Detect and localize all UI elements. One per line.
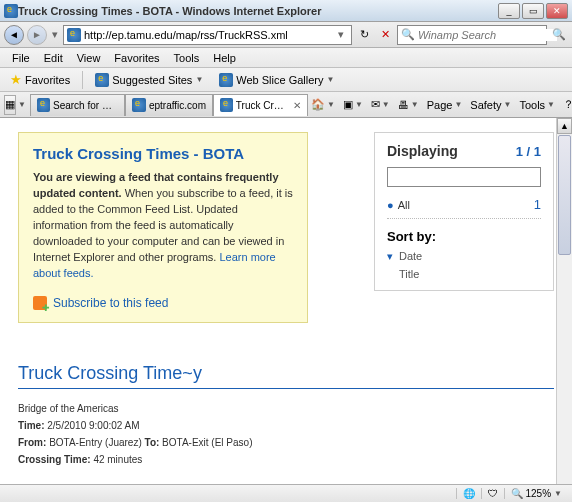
- tab-search[interactable]: Search for En...: [30, 94, 125, 116]
- menu-help[interactable]: Help: [207, 50, 242, 66]
- entry-route: From: BOTA-Entry (Juarez) To: BOTA-Exit …: [18, 437, 554, 448]
- command-bar: 🏠▼ ▣▼ ✉▼ 🖶▼ Page▼ Safety▼ Tools▼ ？▼ »: [308, 95, 572, 114]
- menu-file[interactable]: File: [6, 50, 36, 66]
- feed-search-input[interactable]: [387, 167, 541, 187]
- sortby-label: Sort by:: [387, 229, 541, 244]
- window-controls: _ ▭ ✕: [498, 3, 568, 19]
- tab-icon: [132, 98, 146, 112]
- scroll-thumb[interactable]: [558, 135, 571, 255]
- tab-label: Truck Cros...: [236, 100, 288, 111]
- status-protected-mode[interactable]: 🛡: [481, 488, 504, 499]
- entry-crossing-time: Crossing Time: 42 minutes: [18, 454, 554, 465]
- suggested-sites-button[interactable]: Suggested Sites ▼: [91, 71, 207, 89]
- nav-dropdown-icon[interactable]: ▾: [50, 28, 60, 41]
- menu-view[interactable]: View: [71, 50, 107, 66]
- tabs: Search for En... eptraffic.com Truck Cro…: [30, 94, 308, 116]
- stop-button[interactable]: ✕: [376, 26, 394, 44]
- ie-icon: [219, 73, 233, 87]
- tab-icon: [37, 98, 50, 112]
- maximize-button[interactable]: ▭: [522, 3, 544, 19]
- ie-icon: [95, 73, 109, 87]
- tab-icon: [220, 98, 233, 112]
- subscribe-link[interactable]: Subscribe to this feed: [53, 296, 168, 310]
- entry-time: Time: 2/5/2010 9:00:02 AM: [18, 420, 554, 431]
- bullet-icon: ●: [387, 199, 394, 211]
- feed-info-box: Truck Crossing Times - BOTA You are view…: [18, 132, 308, 323]
- zoom-value: 125%: [526, 488, 552, 499]
- dropdown-icon: ▼: [554, 489, 562, 498]
- minimize-button[interactable]: _: [498, 3, 520, 19]
- window-titlebar: Truck Crossing Times - BOTA - Windows In…: [0, 0, 572, 22]
- entry-body: Bridge of the Americas Time: 2/5/2010 9:…: [18, 403, 554, 465]
- page-menu[interactable]: Page▼: [424, 97, 466, 113]
- address-bar[interactable]: ▾: [63, 25, 352, 45]
- ie-icon: [4, 4, 18, 18]
- status-bar: 🌐 🛡 🔍 125% ▼: [0, 484, 572, 502]
- subscribe-row: Subscribe to this feed: [33, 296, 293, 310]
- print-button[interactable]: 🖶▼: [395, 97, 422, 113]
- menu-favorites[interactable]: Favorites: [108, 50, 165, 66]
- web-slice-button[interactable]: Web Slice Gallery ▼: [215, 71, 338, 89]
- entry-location: Bridge of the Americas: [18, 403, 554, 414]
- feed-description: You are viewing a feed that contains fre…: [33, 170, 293, 282]
- displaying-row: Displaying 1 / 1: [387, 143, 541, 159]
- menu-edit[interactable]: Edit: [38, 50, 69, 66]
- tab-bar: ▦ ▼ Search for En... eptraffic.com Truck…: [0, 92, 572, 118]
- filter-all-count: 1: [534, 197, 541, 212]
- dropdown-icon: ▼: [195, 75, 203, 84]
- tab-close-icon[interactable]: ✕: [293, 100, 301, 111]
- forward-button[interactable]: ►: [27, 25, 47, 45]
- vertical-scrollbar[interactable]: ▲: [556, 118, 572, 484]
- favorites-label: Favorites: [25, 74, 70, 86]
- page-icon: [67, 28, 81, 42]
- tab-eptraffic[interactable]: eptraffic.com: [125, 94, 213, 116]
- home-button[interactable]: 🏠▼: [308, 96, 338, 113]
- search-input[interactable]: [418, 29, 557, 41]
- sort-title[interactable]: Title: [387, 268, 541, 280]
- feed-icon: [33, 296, 47, 310]
- entry-title[interactable]: Truck Crossing Time~y: [18, 363, 554, 389]
- zoom-control[interactable]: 🔍 125% ▼: [504, 488, 569, 499]
- back-button[interactable]: ◄: [4, 25, 24, 45]
- address-dropdown-icon[interactable]: ▾: [334, 28, 348, 41]
- close-button[interactable]: ✕: [546, 3, 568, 19]
- tab-dropdown-icon[interactable]: ▼: [18, 100, 26, 109]
- filter-all-label: ●All: [387, 199, 410, 211]
- scroll-up-button[interactable]: ▲: [557, 118, 572, 134]
- safety-menu[interactable]: Safety▼: [467, 97, 514, 113]
- feed-entry: Truck Crossing Time~y Bridge of the Amer…: [18, 323, 554, 465]
- tab-label: Search for En...: [53, 100, 118, 111]
- star-icon: ★: [10, 72, 22, 87]
- mail-button[interactable]: ✉▼: [368, 96, 393, 113]
- feed-title: Truck Crossing Times - BOTA: [33, 145, 293, 162]
- suggested-label: Suggested Sites: [112, 74, 192, 86]
- tab-truck-crossing[interactable]: Truck Cros...✕: [213, 94, 308, 116]
- menu-tools[interactable]: Tools: [168, 50, 206, 66]
- page-content: Truck Crossing Times - BOTA You are view…: [0, 118, 572, 484]
- displaying-count: 1 / 1: [516, 144, 541, 159]
- refresh-button[interactable]: ↻: [355, 26, 373, 44]
- displaying-label: Displaying: [387, 143, 458, 159]
- tab-label: eptraffic.com: [149, 100, 206, 111]
- feeds-button[interactable]: ▣▼: [340, 96, 366, 113]
- status-security[interactable]: 🌐: [456, 488, 481, 499]
- separator: [82, 71, 83, 89]
- help-button[interactable]: ？▼: [560, 95, 572, 114]
- favorites-bar: ★ Favorites Suggested Sites ▼ Web Slice …: [0, 68, 572, 92]
- url-input[interactable]: [84, 29, 334, 41]
- menu-bar: File Edit View Favorites Tools Help: [0, 48, 572, 68]
- tools-menu[interactable]: Tools▼: [516, 97, 558, 113]
- search-go-button[interactable]: 🔍: [550, 26, 568, 44]
- webslice-label: Web Slice Gallery: [236, 74, 323, 86]
- navigation-bar: ◄ ► ▾ ▾ ↻ ✕ 🔍 🔍: [0, 22, 572, 48]
- favorites-button[interactable]: ★ Favorites: [6, 70, 74, 89]
- tab-list-button[interactable]: ▦: [4, 95, 16, 115]
- dropdown-icon: ▼: [327, 75, 335, 84]
- filter-all-row[interactable]: ●All 1: [387, 197, 541, 219]
- search-box[interactable]: 🔍: [397, 25, 547, 45]
- window-title: Truck Crossing Times - BOTA - Windows In…: [18, 5, 498, 17]
- search-provider-icon: 🔍: [401, 28, 415, 41]
- feed-sidebar: Displaying 1 / 1 ●All 1 Sort by: Date Ti…: [374, 132, 554, 291]
- sort-date[interactable]: Date: [387, 250, 541, 262]
